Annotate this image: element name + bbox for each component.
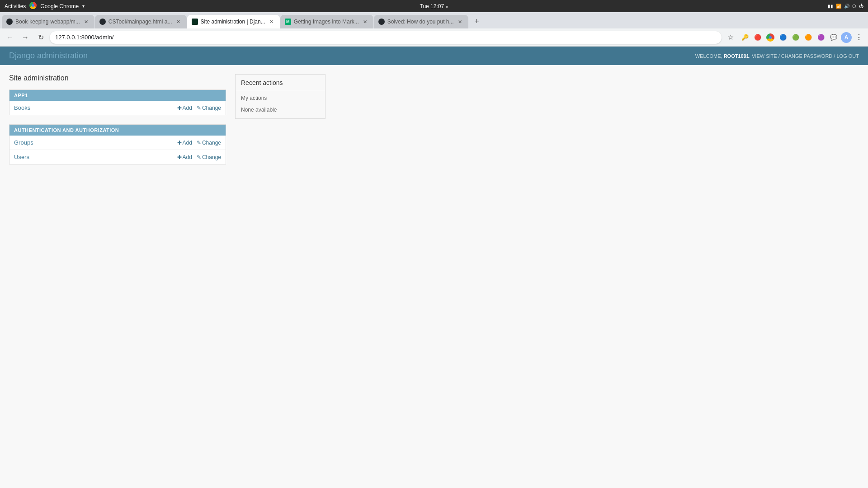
new-tab-button[interactable]: + (471, 15, 483, 28)
recent-actions-panel: Recent actions My actions None available (235, 74, 326, 119)
tab-close-4[interactable]: ✕ (362, 18, 369, 25)
tab-favicon-github-1 (6, 19, 13, 25)
change-icon-groups: ✎ (197, 140, 201, 146)
extension-icon-2[interactable]: 🔴 (752, 32, 763, 43)
welcome-text: WELCOME, (695, 53, 722, 59)
django-admin-title[interactable]: Django administration (9, 51, 88, 61)
forward-button[interactable]: → (19, 31, 32, 44)
reload-button[interactable]: ↻ (34, 31, 47, 44)
tab-title-1: Book-keeping-webapp/m... (15, 19, 80, 25)
profile-avatar[interactable]: A (841, 32, 852, 43)
django-header: Django administration WELCOME, ROOT1091.… (0, 47, 868, 65)
extension-icon-7[interactable]: 💬 (828, 32, 839, 43)
username: ROOT1091 (724, 53, 749, 59)
os-time: Tue 12:07 ● (420, 3, 448, 9)
groups-add-link[interactable]: ✚ Add (177, 140, 192, 146)
tab-favicon-github-2 (99, 19, 106, 25)
chrome-logo-icon[interactable] (765, 32, 776, 43)
django-user-info: WELCOME, ROOT1091. VIEW SITE / CHANGE PA… (695, 53, 859, 59)
auth-header: AUTHENTICATION AND AUTHORIZATION (9, 125, 226, 136)
dropdown-arrow: ▾ (82, 4, 85, 9)
groups-change-link[interactable]: ✎ Change (197, 140, 221, 146)
tab-django-admin[interactable]: Site administration | Djan... ✕ (187, 15, 280, 28)
extension-icon-4[interactable]: 🟢 (790, 32, 801, 43)
my-actions-label: My actions (236, 91, 325, 105)
extension-icon-3[interactable]: 🔵 (778, 32, 788, 43)
tab-bar: Book-keeping-webapp/m... ✕ CSTool/mainpa… (0, 12, 868, 28)
tab-solved[interactable]: Solved: How do you put h... ✕ (374, 15, 468, 28)
chrome-icon (29, 2, 37, 10)
tab-close-5[interactable]: ✕ (457, 18, 464, 25)
os-bar-right: ▮▮ 📶 🔊 ⬡ ⏻ (828, 4, 863, 9)
browser-label[interactable]: Google Chrome (40, 3, 79, 9)
users-row: Users ✚ Add ✎ Change (9, 150, 226, 164)
django-content: Site administration APP1 Books ✚ Add ✎ C… (0, 65, 868, 183)
add-icon-groups: ✚ (177, 140, 182, 146)
bookmark-icon[interactable]: ☆ (724, 31, 737, 44)
recent-actions-title: Recent actions (236, 75, 325, 91)
books-actions: ✚ Add ✎ Change (177, 105, 221, 111)
tab-title-5: Solved: How do you put h... (387, 19, 454, 25)
view-site-link[interactable]: VIEW SITE (752, 53, 777, 59)
tab-close-1[interactable]: ✕ (83, 18, 90, 25)
app1-header: APP1 (9, 90, 226, 101)
users-link[interactable]: Users (14, 154, 177, 160)
tab-favicon-github-3 (378, 19, 385, 25)
tab-favicon-django (192, 19, 198, 25)
books-link[interactable]: Books (14, 104, 177, 111)
groups-row: Groups ✚ Add ✎ Change (9, 136, 226, 150)
tab-cstool[interactable]: CSTool/mainpage.html a... ✕ (95, 15, 187, 28)
django-sidebar: Recent actions My actions None available (235, 74, 326, 174)
change-icon-users: ✎ (197, 154, 201, 160)
toolbar-icons: 🔑 🔴 🔵 🟢 🟠 🟣 💬 A ⋮ (740, 32, 864, 43)
users-change-link[interactable]: ✎ Change (197, 154, 221, 160)
add-icon-users: ✚ (177, 154, 182, 160)
tab-title-2: CSTool/mainpage.html a... (108, 19, 172, 25)
address-bar: ← → ↻ ☆ 🔑 🔴 🔵 🟢 🟠 🟣 💬 A ⋮ (0, 28, 868, 47)
tab-title-4: Getting Images into Mark... (294, 19, 359, 25)
change-icon-books: ✎ (197, 105, 201, 111)
back-button[interactable]: ← (4, 31, 16, 44)
extension-icon-6[interactable]: 🟣 (816, 32, 826, 43)
none-available-label: None available (236, 105, 325, 118)
books-change-link[interactable]: ✎ Change (197, 105, 221, 111)
tab-close-3[interactable]: ✕ (268, 18, 275, 25)
extension-icon-1[interactable]: 🔑 (740, 32, 750, 43)
django-main: Site administration APP1 Books ✚ Add ✎ C… (9, 74, 226, 174)
tab-close-2[interactable]: ✕ (175, 18, 182, 25)
menu-icon[interactable]: ⋮ (854, 32, 864, 43)
os-bar-left: Activities Google Chrome ▾ (5, 2, 85, 10)
url-input[interactable] (50, 31, 722, 44)
add-icon-books: ✚ (177, 105, 182, 111)
groups-link[interactable]: Groups (14, 139, 177, 146)
app1-module: APP1 Books ✚ Add ✎ Change (9, 89, 226, 115)
change-password-link[interactable]: CHANGE PASSWORD (781, 53, 832, 59)
tab-favicon-medium: M (285, 19, 291, 25)
page-title: Site administration (9, 74, 226, 82)
log-out-link[interactable]: LOG OUT (836, 53, 859, 59)
activities-label[interactable]: Activities (5, 3, 26, 9)
extension-icon-5[interactable]: 🟠 (803, 32, 814, 43)
groups-actions: ✚ Add ✎ Change (177, 140, 221, 146)
tab-title-3: Site administration | Djan... (201, 19, 265, 25)
tab-getting-images[interactable]: M Getting Images into Mark... ✕ (280, 15, 373, 28)
users-add-link[interactable]: ✚ Add (177, 154, 192, 160)
users-actions: ✚ Add ✎ Change (177, 154, 221, 160)
books-row: Books ✚ Add ✎ Change (9, 101, 226, 115)
books-add-link[interactable]: ✚ Add (177, 105, 192, 111)
os-bar: Activities Google Chrome ▾ Tue 12:07 ● ▮… (0, 0, 868, 12)
auth-module: AUTHENTICATION AND AUTHORIZATION Groups … (9, 124, 226, 164)
tab-bookkeeping[interactable]: Book-keeping-webapp/m... ✕ (2, 15, 94, 28)
